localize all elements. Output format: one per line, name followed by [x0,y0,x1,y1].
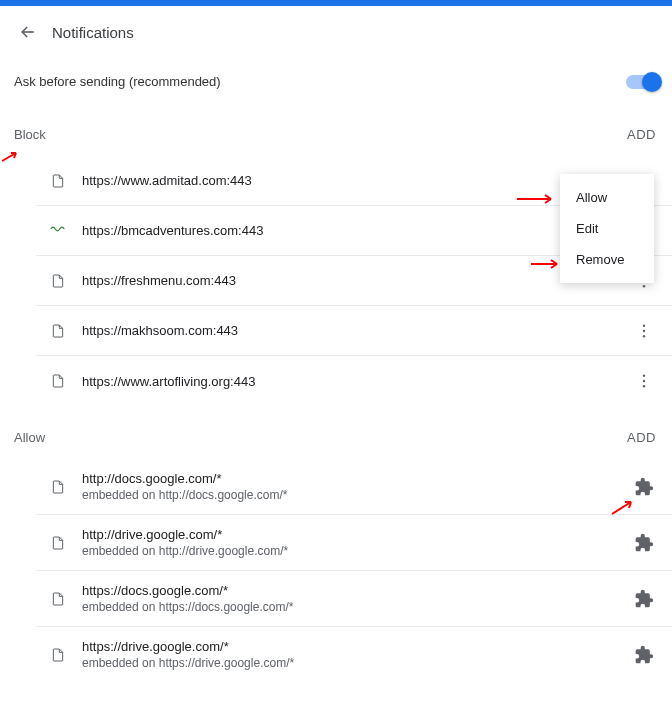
page-icon [50,322,66,340]
svg-point-13 [643,380,645,382]
page-title: Notifications [52,24,134,41]
svg-point-9 [643,324,645,326]
menu-remove[interactable]: Remove [560,244,654,275]
site-url: https://freshmenu.com:443 [82,273,632,288]
site-url: https://docs.google.com/* [82,583,634,598]
svg-point-12 [643,375,645,377]
site-url: https://www.artofliving.org:443 [82,374,632,389]
allow-section-title: Allow [14,430,45,445]
svg-point-11 [643,335,645,337]
item-text: https://docs.google.com/* embedded on ht… [82,583,634,614]
block-add-button[interactable]: ADD [627,127,656,142]
site-url: https://www.admitad.com:443 [82,173,632,188]
page-header: Notifications [0,6,672,60]
ask-before-sending-toggle[interactable] [626,75,660,89]
site-url: https://bmcadventures.com:443 [82,223,632,238]
context-menu: Allow Edit Remove [560,174,654,283]
site-url: http://drive.google.com/* [82,527,634,542]
back-arrow-icon[interactable] [18,22,38,42]
site-url: http://docs.google.com/* [82,471,634,486]
site-sub: embedded on http://drive.google.com/* [82,544,634,558]
page-icon [50,646,66,664]
item-text: https://drive.google.com/* embedded on h… [82,639,634,670]
block-section-title: Block [14,127,46,142]
allow-list-item: http://drive.google.com/* embedded on ht… [36,515,672,571]
page-icon [50,478,66,496]
ask-before-sending-row: Ask before sending (recommended) [0,60,672,103]
svg-point-8 [643,285,645,287]
item-text: https://makhsoom.com:443 [82,323,632,338]
page-icon [50,372,66,390]
extension-icon [634,589,654,609]
page-icon [50,590,66,608]
item-text: http://drive.google.com/* embedded on ht… [82,527,634,558]
setting-label: Ask before sending (recommended) [14,74,221,89]
block-list-item: https://www.artofliving.org:443 [36,356,672,406]
site-url: https://drive.google.com/* [82,639,634,654]
allow-list-item: https://drive.google.com/* embedded on h… [36,627,672,682]
site-sub: embedded on http://docs.google.com/* [82,488,634,502]
item-text: https://www.admitad.com:443 [82,173,632,188]
block-section-header: Block ADD [0,103,672,156]
menu-allow[interactable]: Allow [560,182,654,213]
allow-list-item: http://docs.google.com/* embedded on htt… [36,459,672,515]
item-text: https://freshmenu.com:443 [82,273,632,288]
allow-list-item: https://docs.google.com/* embedded on ht… [36,571,672,627]
page-icon [50,272,66,290]
menu-edit[interactable]: Edit [560,213,654,244]
allow-section-header: Allow ADD [0,406,672,459]
item-text: http://docs.google.com/* embedded on htt… [82,471,634,502]
svg-point-14 [643,385,645,387]
site-url: https://makhsoom.com:443 [82,323,632,338]
allow-list: http://docs.google.com/* embedded on htt… [0,459,672,682]
page-icon [50,534,66,552]
squiggle-icon [50,222,66,240]
extension-icon [634,645,654,665]
extension-icon [634,477,654,497]
site-sub: embedded on https://drive.google.com/* [82,656,634,670]
more-button[interactable] [632,319,656,343]
item-text: https://bmcadventures.com:443 [82,223,632,238]
page-icon [50,172,66,190]
more-button[interactable] [632,369,656,393]
extension-icon [634,533,654,553]
block-list-item: https://makhsoom.com:443 [36,306,672,356]
svg-point-10 [643,329,645,331]
item-text: https://www.artofliving.org:443 [82,374,632,389]
allow-add-button[interactable]: ADD [627,430,656,445]
site-sub: embedded on https://docs.google.com/* [82,600,634,614]
